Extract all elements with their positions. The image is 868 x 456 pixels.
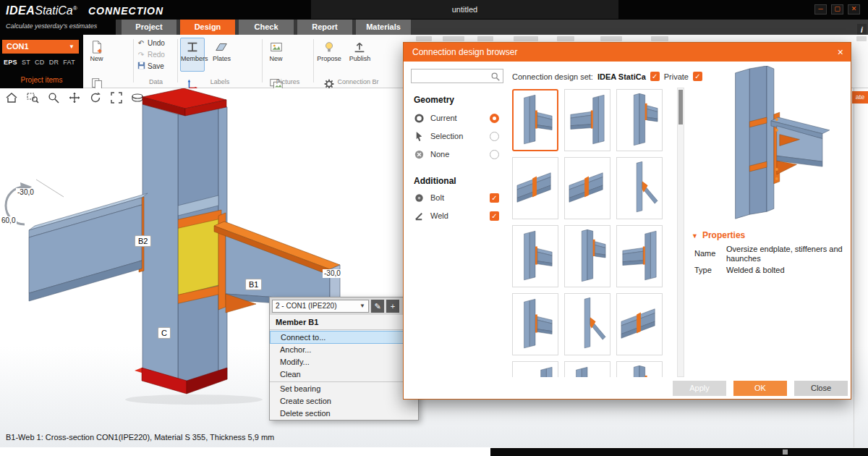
radio-selection[interactable] [490, 132, 499, 141]
menu-item-anchor[interactable]: Anchor... [270, 344, 418, 356]
connection-item-label: 2 - CON1 (IPE220) [276, 302, 336, 310]
undo-button[interactable]: ↶Undo [136, 38, 176, 49]
save-label: Save [148, 62, 164, 70]
menu-item-create-section[interactable]: Create section [270, 395, 418, 408]
geometry-option-none[interactable]: None [414, 148, 499, 160]
badge-cd[interactable]: CD [35, 59, 45, 66]
project-item-selector[interactable]: CON1▼ [2, 40, 79, 54]
logo-statica: StatiCa [35, 4, 72, 17]
design-thumbnail-14[interactable] [616, 361, 663, 377]
tab-materials[interactable]: Materials [356, 20, 411, 35]
menu-item-set-bearing[interactable]: Set bearing [270, 383, 418, 395]
badge-dr[interactable]: DR [49, 59, 59, 66]
restore-button[interactable]: ▢ [831, 4, 843, 14]
labels-plates-toggle[interactable]: Plates [209, 38, 234, 72]
radio-none[interactable] [490, 150, 499, 159]
scrollbar-thumb[interactable] [678, 90, 683, 124]
current-geometry-icon [414, 113, 425, 124]
weld-checkbox[interactable] [490, 211, 499, 221]
design-thumbnail-0[interactable] [512, 89, 558, 151]
member-label-b2[interactable]: B2 [135, 235, 151, 247]
design-thumbnail-12[interactable] [512, 361, 558, 377]
badge-fat[interactable]: FAT [63, 59, 75, 66]
design-thumbnail-6[interactable] [512, 225, 558, 287]
design-grid-scrollbar[interactable] [677, 88, 684, 377]
tagline: Calculate yesterday's estimates [6, 22, 97, 30]
right-panel-tab[interactable]: ate [852, 91, 868, 104]
tab-project[interactable]: Project [122, 20, 176, 35]
ribbon-overflow-icon [651, 36, 668, 41]
edit-button[interactable]: ✎ [371, 300, 384, 313]
ok-button[interactable]: OK [733, 381, 787, 396]
design-set-checkbox[interactable] [650, 72, 660, 81]
apply-button[interactable]: Apply [673, 381, 726, 396]
redo-button[interactable]: ↷Redo [136, 49, 176, 61]
picture-new-label: New [269, 55, 282, 62]
tab-report[interactable]: Report [297, 20, 352, 35]
additional-option-label: Bolt [430, 193, 484, 202]
bolt-checkbox[interactable] [490, 193, 499, 203]
properties-caption[interactable]: ▼Properties [692, 230, 745, 240]
picture-new-button[interactable]: New [265, 38, 287, 72]
design-thumbnail-9[interactable] [512, 293, 558, 355]
close-dialog-button[interactable]: Close [794, 381, 848, 396]
design-thumbnail-10[interactable] [564, 293, 610, 355]
additional-option-weld[interactable]: Weld [414, 210, 499, 221]
taskbar-icon[interactable] [783, 449, 788, 455]
save-button[interactable]: Save [136, 61, 176, 72]
additional-option-bolt[interactable]: Bolt [414, 192, 499, 203]
geometry-option-label: Current [430, 114, 484, 122]
dialog-close-button[interactable]: × [838, 43, 843, 62]
connection-item-dropdown[interactable]: 2 - CON1 (IPE220)▼ [272, 300, 369, 313]
ribbon-overflow-icon [443, 36, 464, 41]
chevron-down-icon: ▼ [359, 300, 365, 312]
design-thumbnail-5[interactable] [616, 157, 663, 219]
close-icon: ✕ [851, 5, 857, 12]
geometry-option-selection[interactable]: Selection [414, 130, 499, 142]
menu-item-modify[interactable]: Modify... [270, 356, 418, 368]
member-label-c[interactable]: C [158, 327, 171, 339]
property-name-value: Oversize endplate, stiffeners and haunch… [726, 245, 843, 263]
new-item-label: New [90, 55, 103, 62]
design-thumbnail-4[interactable] [564, 157, 610, 219]
redo-label: Redo [148, 51, 165, 59]
menu-item-clean[interactable]: Clean [270, 368, 418, 381]
design-thumbnail-7[interactable] [564, 225, 610, 287]
save-icon [136, 61, 146, 72]
menu-item-connect-to[interactable]: Connect to... [270, 331, 418, 344]
minimize-icon: ─ [818, 5, 822, 12]
ribbon-separator [133, 39, 134, 83]
design-thumbnail-2[interactable] [616, 89, 663, 151]
member-label-b1[interactable]: B1 [245, 279, 262, 290]
dimension-label-left-upper: -30,0 [16, 188, 35, 197]
tab-design[interactable]: Design [180, 20, 235, 35]
group-caption-connection-browser: Connection Br [315, 78, 401, 85]
badge-st[interactable]: ST [22, 59, 30, 66]
labels-members-toggle[interactable]: Members [180, 38, 205, 72]
close-button[interactable]: ✕ [848, 4, 860, 14]
design-thumbnail-3[interactable] [512, 157, 558, 219]
minimize-button[interactable]: ─ [814, 4, 827, 14]
new-item-button[interactable]: New [85, 38, 108, 72]
radio-current[interactable] [490, 114, 499, 123]
dialog-titlebar[interactable]: Connection design browser [404, 43, 851, 62]
geometry-option-current[interactable]: Current [414, 112, 499, 124]
design-thumbnail-8[interactable] [616, 225, 663, 287]
design-thumbnail-1[interactable] [564, 89, 610, 151]
design-thumbnail-13[interactable] [564, 361, 610, 377]
publish-button[interactable]: Publish [346, 38, 373, 72]
badge-eps[interactable]: EPS [4, 59, 17, 66]
design-thumbnail-11[interactable] [616, 293, 663, 355]
menu-item-delete-section[interactable]: Delete section [270, 408, 418, 420]
publish-label: Publish [349, 55, 371, 62]
tab-check[interactable]: Check [239, 20, 294, 35]
design-search-input[interactable] [413, 70, 488, 82]
group-connection-browser: Propose Publish Manage Connection Br [315, 35, 401, 88]
propose-label: Propose [317, 55, 341, 62]
add-button[interactable]: + [386, 300, 399, 313]
design-set-label: Connection design set: [512, 72, 593, 81]
propose-button[interactable]: Propose [316, 38, 342, 72]
cursor-icon [414, 131, 425, 142]
right-panel-edge [854, 88, 854, 447]
plates-label: Plates [213, 55, 231, 62]
